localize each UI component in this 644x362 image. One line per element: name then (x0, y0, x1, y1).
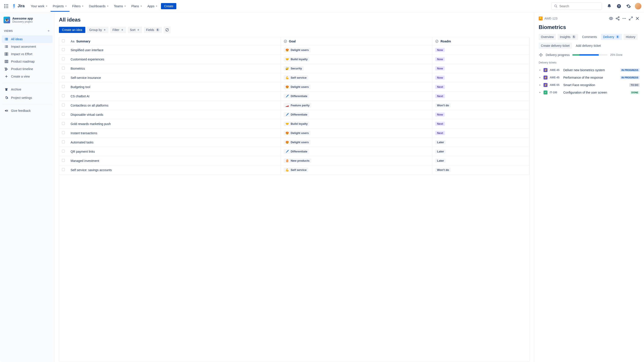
row-checkbox[interactable] (62, 131, 65, 134)
row-checkbox[interactable] (62, 76, 65, 79)
row-checkbox[interactable] (62, 168, 65, 171)
cell-goal[interactable]: 😍Delight users (281, 45, 432, 55)
search-input[interactable] (559, 4, 599, 8)
detail-title[interactable]: Biometrics (539, 24, 640, 30)
row-checkbox[interactable] (62, 159, 65, 162)
row-checkbox[interactable] (62, 94, 65, 97)
nav-item-teams[interactable]: Teams (112, 3, 128, 9)
table-row[interactable]: Instant transactions😍Delight usersNext (59, 128, 530, 138)
cell-goal[interactable]: 😍Delight users (281, 128, 432, 138)
cell-roadmap[interactable]: Won't do (432, 101, 530, 110)
table-row[interactable]: Managed investment🥚New productsLater (59, 156, 530, 165)
tab-overview[interactable]: Overview (539, 34, 556, 40)
sidebar-item-feedback[interactable]: Give feedback (2, 107, 52, 114)
cell-summary[interactable]: Budgeting tool (68, 82, 281, 92)
cell-summary[interactable]: Instant transactions (68, 128, 281, 138)
table-row[interactable]: Disposable virtual cards🖊️DifferentiateN… (59, 110, 530, 119)
row-checkbox[interactable] (62, 122, 65, 125)
status-badge[interactable]: DONE (630, 91, 640, 94)
table-row[interactable]: Gold rewards marketing push🤝Build loyalt… (59, 119, 530, 128)
cell-summary[interactable]: Customised experiences (68, 55, 281, 64)
ticket-title[interactable]: Deliver new biometrics system (563, 68, 618, 72)
cell-goal[interactable]: 💪Self service (281, 165, 432, 175)
column-summary[interactable]: AaSummary (68, 37, 281, 45)
cell-roadmap[interactable]: Now (432, 73, 530, 82)
table-row[interactable]: Customised experiences🤝Build loyaltyNow (59, 55, 530, 64)
notifications-icon[interactable] (606, 3, 613, 10)
ticket-title[interactable]: Configuration of the user screen (563, 91, 628, 94)
ticket-key[interactable]: AWE-55 (550, 83, 561, 86)
cell-goal[interactable]: 🏎️Feature parity (281, 101, 432, 110)
sidebar-item-impact-vs-effort[interactable]: Impact vs Effort (2, 50, 52, 58)
nav-item-projects[interactable]: Projects (50, 1, 70, 12)
table-row[interactable]: Automated tasks😍Delight usersLater (59, 138, 530, 147)
cell-summary[interactable]: Disposable virtual cards (68, 110, 281, 119)
sort-button[interactable]: Sort＋ (128, 26, 142, 33)
create-button[interactable]: Create (161, 3, 176, 9)
filter-button[interactable]: Filter＋ (110, 26, 126, 33)
help-icon[interactable]: ? (616, 3, 622, 10)
table-row[interactable]: CS chatbot AI🖊️DifferentiateNext (59, 92, 530, 101)
create-idea-button[interactable]: Create an idea (59, 27, 85, 33)
status-badge[interactable]: IN PROGRESS (620, 76, 640, 79)
cell-summary[interactable]: Automated tasks (68, 138, 281, 147)
project-header[interactable]: 👁️ Awesome app Discovery project (2, 17, 52, 26)
row-checkbox[interactable] (62, 103, 65, 106)
cell-roadmap[interactable]: Now (432, 64, 530, 73)
cell-summary[interactable]: Self service: savings accounts (68, 165, 281, 175)
cell-goal[interactable]: 💪Self service (281, 73, 432, 82)
cell-goal[interactable]: 🖊️Differentiate (281, 92, 432, 101)
table-row[interactable]: Self service: savings accounts💪Self serv… (59, 165, 530, 175)
cell-goal[interactable]: 🤝Build loyalty (281, 55, 432, 64)
row-checkbox[interactable] (62, 48, 65, 51)
row-checkbox[interactable] (62, 140, 65, 143)
chevron-right-icon[interactable] (539, 91, 541, 94)
sidebar-item-product-roadmap[interactable]: Product roadmap (2, 58, 52, 65)
status-badge[interactable]: IN PROGRESS (620, 68, 640, 72)
cell-roadmap[interactable]: Now (432, 45, 530, 55)
cell-summary[interactable]: Gold rewards marketing push (68, 119, 281, 128)
jira-logo[interactable]: Jira (10, 4, 26, 8)
cell-roadmap[interactable]: Later (432, 147, 530, 156)
row-checkbox[interactable] (62, 66, 65, 70)
ticket-key[interactable]: IT-100 (550, 91, 561, 94)
nav-item-plans[interactable]: Plans (129, 3, 145, 9)
app-switcher-icon[interactable] (3, 3, 10, 10)
cell-roadmap[interactable]: Won't do (432, 165, 530, 175)
row-checkbox[interactable] (62, 150, 65, 153)
row-checkbox[interactable] (62, 113, 65, 116)
add-delivery-ticket-button[interactable]: Add delivery ticket (574, 43, 603, 49)
tab-comments[interactable]: Comments (580, 34, 599, 40)
sidebar-item-product-timeline[interactable]: Product timeline (2, 65, 52, 73)
cell-summary[interactable]: Managed investment (68, 156, 281, 165)
chevron-right-icon[interactable] (539, 69, 541, 71)
table-row[interactable]: Contactless on all platforms🏎️Feature pa… (59, 101, 530, 110)
cell-roadmap[interactable]: Next (432, 82, 530, 92)
table-row[interactable]: Simplified user interface😍Delight usersN… (59, 45, 530, 55)
cell-summary[interactable]: QR payment links (68, 147, 281, 156)
ticket-key[interactable]: AWE-45 (550, 76, 561, 79)
cell-summary[interactable]: Self-service insurance (68, 73, 281, 82)
row-checkbox[interactable] (62, 57, 65, 60)
cell-roadmap[interactable]: Later (432, 138, 530, 147)
cell-goal[interactable]: 😍Delight users (281, 82, 432, 92)
cell-goal[interactable]: 🥚New products (281, 156, 432, 165)
cell-roadmap[interactable]: Now (432, 55, 530, 64)
cell-summary[interactable]: Biometrics (68, 64, 281, 73)
sidebar-item-create-a-view[interactable]: Create a view (2, 73, 52, 80)
nav-item-apps[interactable]: Apps (145, 3, 160, 9)
close-icon[interactable] (635, 16, 640, 21)
cell-roadmap[interactable]: Next (432, 92, 530, 101)
column-roadmap[interactable]: Roadm (432, 37, 530, 45)
sidebar-item-impact-assesment[interactable]: Impact assesment (2, 43, 52, 50)
table-row[interactable]: Budgeting tool😍Delight usersNext (59, 82, 530, 92)
expand-icon[interactable] (628, 16, 633, 21)
sidebar-item-archive[interactable]: Archive (2, 86, 52, 93)
cell-goal[interactable]: 🤝Build loyalty (281, 119, 432, 128)
table-row[interactable]: Biometrics🔐SecurityNow (59, 64, 530, 73)
watch-icon[interactable] (609, 16, 613, 21)
group-by-button[interactable]: Group by＋ (87, 26, 108, 33)
ticket-title[interactable]: Performance of the response (563, 76, 618, 79)
search-box[interactable] (551, 2, 602, 10)
cell-summary[interactable]: Simplified user interface (68, 45, 281, 55)
